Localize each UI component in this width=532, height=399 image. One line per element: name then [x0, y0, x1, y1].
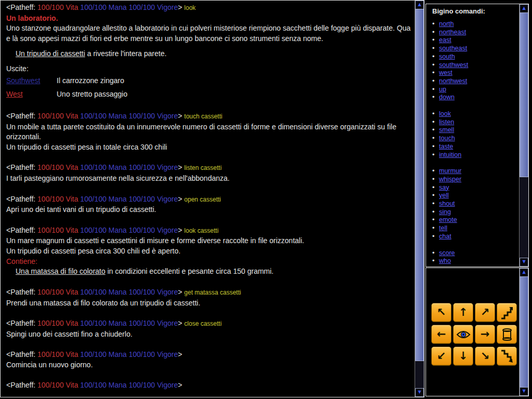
exit-link-west[interactable]: West	[6, 87, 57, 101]
para-line: Un tripudio di cassetti pesa circa 300 c…	[6, 246, 411, 257]
command-link-smell[interactable]: smell	[439, 126, 454, 134]
scroll-up-icon[interactable]: ▲	[415, 1, 424, 9]
text-segment: 100/100 Vita	[37, 112, 78, 120]
command-link-west[interactable]: west	[439, 69, 453, 76]
text-segment: I tarli pasteggiano rumorosamente nella …	[6, 174, 230, 182]
command-link-taste[interactable]: taste	[439, 143, 453, 150]
para-line: Un tripudio di cassetti pesa in totale c…	[6, 142, 411, 153]
text-segment: 100/100 Mana	[80, 226, 127, 234]
scroll-down-icon[interactable]: ▼	[520, 387, 528, 396]
scroll-button[interactable]	[497, 325, 517, 344]
command-link-up[interactable]: up	[439, 86, 446, 93]
text-segment: 100/100 Mana	[80, 112, 127, 120]
text-segment: 100/100 Vigore	[129, 112, 178, 120]
blank-line	[6, 153, 411, 163]
move-northwest-button[interactable]: ↖	[431, 303, 451, 322]
navigation-scrollbar-thumb[interactable]	[520, 276, 528, 388]
text-segment: Un tripudio di cassetti pesa in totale c…	[6, 143, 167, 151]
move-northeast-button[interactable]: ↗	[475, 303, 495, 322]
commands-scrollbar-thumb[interactable]	[520, 12, 528, 177]
command-link-shout[interactable]: shout	[439, 200, 455, 207]
commands-panel: Bigino comandi: northnortheasteastsouthe…	[425, 4, 529, 267]
command-link-score[interactable]: score	[439, 249, 455, 257]
text-segment: Uno stanzone quadrangolare allestito a l…	[6, 24, 410, 43]
text-segment: <Patheff:	[6, 163, 37, 171]
command-list-item: down	[432, 94, 520, 102]
move-south-button[interactable]: ↓	[453, 347, 473, 366]
stairs-up-icon	[500, 306, 514, 320]
scroll-down-icon[interactable]: ▼	[520, 258, 528, 267]
command-group: murmurwhispersayyellshoutsingemotetellch…	[432, 167, 520, 241]
command-list-item: north	[432, 20, 520, 29]
move-north-button[interactable]: ↑	[453, 303, 473, 322]
text-segment: 100/100 Vigore	[129, 163, 178, 171]
text-segment: 100/100 Mana	[80, 288, 127, 296]
navigation-button-grid: ↖↑↗←→↙↓↘	[431, 303, 516, 365]
move-southeast-button[interactable]: ↘	[475, 347, 495, 366]
para-line: Apri uno dei tanti vani di un tripudio d…	[6, 205, 411, 215]
arrow-west-icon: ←	[437, 329, 446, 340]
command-link-east[interactable]: east	[439, 36, 451, 44]
command-list-item: west	[432, 69, 520, 77]
command-link-look[interactable]: look	[439, 110, 451, 117]
command-link-northeast[interactable]: northeast	[439, 29, 466, 36]
text-segment: >	[178, 381, 182, 389]
command-list-item: emote	[432, 216, 520, 224]
text-segment: Comincia un nuovo giorno.	[6, 361, 93, 369]
command-link-south[interactable]: south	[439, 53, 455, 60]
command-link-yell[interactable]: yell	[439, 192, 449, 199]
command-list-item: listen	[432, 118, 520, 127]
command-link-emote[interactable]: emote	[439, 216, 457, 223]
main-scrollbar[interactable]: ▲ ▼	[415, 1, 424, 397]
text-segment: 100/100 Vita	[37, 319, 78, 327]
para-line: Prendi una matassa di filo colorato da u…	[6, 298, 411, 309]
command-list-item: look	[432, 110, 520, 118]
arrow-north-icon: ↑	[459, 307, 468, 318]
command-link-who[interactable]: who	[439, 257, 451, 264]
move-southwest-button[interactable]: ↙	[431, 347, 451, 366]
command-link-sing[interactable]: sing	[439, 208, 451, 216]
command-link-intuition[interactable]: intuition	[439, 151, 461, 158]
command-link-southwest[interactable]: southwest	[439, 61, 468, 69]
command-link-southeast[interactable]: southeast	[439, 45, 467, 52]
arrow-south-icon: ↓	[459, 351, 468, 362]
text-segment: 100/100 Mana	[80, 195, 127, 203]
move-east-button[interactable]: →	[475, 325, 495, 344]
command-link-tell[interactable]: tell	[439, 224, 447, 232]
text-segment: 100/100 Vita	[37, 288, 78, 296]
arrow-northwest-icon: ↖	[437, 307, 446, 318]
command-link-murmur[interactable]: murmur	[439, 167, 461, 175]
command-group: looklistensmelltouchtasteintuition	[432, 110, 520, 159]
prompt-line: <Patheff: 100/100 Vita 100/100 Mana 100/…	[6, 3, 411, 14]
echoed-command: open cassetti	[184, 196, 221, 203]
room-item-link-cassetti[interactable]: Un tripudio di cassetti	[16, 49, 85, 58]
commands-scrollbar[interactable]: ▲ ▼	[519, 4, 528, 267]
item-link-matassa[interactable]: Una matassa di filo colorato	[16, 267, 105, 275]
move-up-button[interactable]	[497, 303, 517, 322]
text-segment: Apri uno dei tanti vani di un tripudio d…	[6, 205, 156, 214]
scroll-down-icon[interactable]: ▼	[415, 388, 424, 397]
command-link-chat[interactable]: chat	[439, 233, 451, 240]
move-down-button[interactable]	[497, 347, 517, 366]
command-list-item: who	[432, 257, 520, 265]
exit-row: WestUno stretto passaggio	[6, 87, 411, 101]
echoed-command: close cassetti	[184, 320, 222, 327]
scroll-up-icon[interactable]: ▲	[520, 268, 528, 277]
scroll-up-icon[interactable]: ▲	[520, 4, 528, 13]
move-west-button[interactable]: ←	[431, 325, 451, 344]
main-scrollbar-thumb[interactable]	[415, 9, 424, 361]
text-segment: Spingi uno dei cassetti fino a chiuderlo…	[6, 330, 132, 338]
command-list-item: taste	[432, 143, 520, 151]
commands-panel-content: Bigino comandi: northnortheasteastsouthe…	[426, 4, 520, 267]
command-link-down[interactable]: down	[439, 94, 455, 101]
navigation-scrollbar[interactable]: ▲ ▼	[519, 268, 528, 396]
command-link-say[interactable]: say	[439, 184, 449, 191]
exit-link-southwest[interactable]: Southwest	[6, 74, 57, 87]
command-link-listen[interactable]: listen	[439, 118, 454, 126]
command-link-north[interactable]: north	[439, 20, 454, 28]
command-link-northwest[interactable]: northwest	[439, 77, 467, 85]
command-link-whisper[interactable]: whisper	[439, 176, 461, 183]
command-link-touch[interactable]: touch	[439, 135, 455, 142]
look-button[interactable]	[453, 325, 473, 344]
command-group: northnortheasteastsoutheastsouthsouthwes…	[432, 20, 520, 102]
